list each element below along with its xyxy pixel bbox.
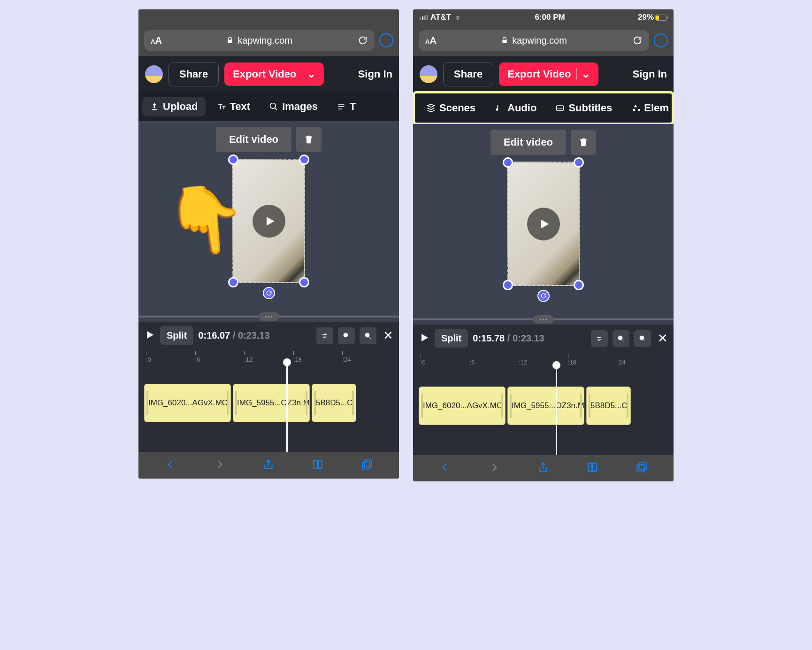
chevron-down-icon[interactable]: ⌄ — [576, 68, 590, 80]
avatar[interactable] — [420, 65, 437, 83]
share-safari-button[interactable] — [262, 458, 275, 472]
canvas[interactable]: Edit video 👇 — [138, 121, 399, 311]
timeline-toolbar: Split 0:15.78 / 0:23.13 ✕ — [413, 325, 674, 352]
url-text: kapwing.com — [237, 35, 292, 46]
swap-button[interactable] — [316, 327, 333, 344]
browser-chrome: AA kapwing.com — [413, 25, 674, 56]
download-button[interactable] — [654, 33, 668, 47]
avatar[interactable] — [145, 65, 163, 83]
export-button[interactable]: Export Video⌄ — [224, 62, 324, 86]
resize-handle-br[interactable] — [574, 280, 584, 290]
split-button[interactable]: Split — [160, 326, 193, 345]
play-icon — [263, 215, 276, 228]
delete-button[interactable] — [571, 130, 596, 155]
timeline-track[interactable]: IMG_6020...AGvX.MO IMG_5955...OZ3n.M 5B8… — [138, 364, 399, 452]
zoom-out-button[interactable] — [338, 327, 355, 344]
bookmarks-button[interactable] — [312, 458, 324, 472]
tabs-button[interactable] — [361, 458, 373, 472]
upload-icon — [150, 102, 159, 111]
playhead[interactable] — [286, 364, 288, 452]
play-overlay[interactable] — [253, 205, 285, 238]
timeline-track[interactable]: IMG_6020...AGvX.MO IMG_5955...OZ3n.M 5B8… — [413, 367, 674, 455]
timeline-ruler[interactable]: :0 :6 :12 :18 :24 — [413, 352, 674, 367]
forward-button[interactable] — [488, 461, 500, 475]
clip[interactable]: IMG_5955...OZ3n.M — [233, 384, 310, 422]
play-button[interactable] — [144, 329, 155, 342]
rotate-handle[interactable] — [537, 290, 550, 302]
back-button[interactable] — [439, 461, 451, 475]
clip[interactable]: IMG_6020...AGvX.MO — [144, 384, 231, 422]
play-overlay[interactable] — [527, 208, 560, 240]
refresh-icon[interactable] — [632, 35, 643, 46]
tool-upload[interactable]: Upload — [142, 97, 206, 116]
lock-icon — [501, 37, 508, 44]
resize-handle-tr[interactable] — [574, 157, 584, 168]
timeline-ruler[interactable]: :0 :6 :12 :18 :24 — [138, 349, 399, 364]
download-button[interactable] — [379, 33, 393, 47]
split-button[interactable]: Split — [435, 329, 468, 348]
tabs-button[interactable] — [636, 461, 648, 475]
video-element[interactable] — [507, 162, 580, 286]
reader-button[interactable]: AA — [151, 35, 161, 46]
canvas[interactable]: Edit video — [413, 124, 674, 314]
signin-link[interactable]: Sign In — [358, 68, 392, 80]
tool-audio[interactable]: Audio — [487, 98, 544, 118]
tool-text[interactable]: Text — [209, 97, 258, 116]
text-icon — [217, 102, 226, 111]
swap-button[interactable] — [591, 330, 608, 347]
svg-rect-8 — [639, 463, 646, 470]
export-button[interactable]: Export Video⌄ — [499, 62, 598, 86]
clip[interactable]: 5B8D5...O — [312, 384, 356, 422]
clip[interactable]: 5B8D5...O — [586, 387, 631, 425]
share-button[interactable]: Share — [169, 62, 219, 86]
resize-handle-tl[interactable] — [228, 155, 238, 165]
zoom-in-button[interactable] — [634, 330, 651, 347]
tool-scenes[interactable]: Scenes — [419, 98, 483, 118]
share-button[interactable]: Share — [443, 62, 493, 86]
tool-more[interactable]: T — [329, 97, 363, 116]
resize-handle-br[interactable] — [299, 277, 309, 287]
resize-handle-tl[interactable] — [503, 157, 513, 168]
close-icon[interactable]: ✕ — [383, 328, 393, 343]
forward-button[interactable] — [214, 458, 226, 472]
svg-rect-9 — [637, 465, 644, 472]
safari-toolbar — [413, 455, 674, 481]
back-button[interactable] — [164, 458, 176, 472]
close-icon[interactable]: ✕ — [658, 331, 668, 346]
panel-divider[interactable] — [413, 314, 674, 325]
tool-images[interactable]: Images — [261, 97, 325, 116]
pointing-hand-emoji: 👇 — [161, 184, 249, 256]
bookmarks-button[interactable] — [586, 461, 598, 475]
zoom-in-button[interactable] — [360, 327, 376, 344]
rotate-handle[interactable] — [263, 287, 275, 299]
play-button[interactable] — [419, 332, 430, 345]
clip[interactable]: IMG_6020...AGvX.MO — [419, 387, 506, 425]
svg-point-0 — [270, 103, 276, 109]
clip[interactable]: IMG_5955...OZ3n.M — [507, 387, 584, 425]
trash-icon — [304, 134, 314, 145]
signin-link[interactable]: Sign In — [633, 68, 667, 80]
svg-rect-5 — [557, 106, 564, 110]
resize-handle-bl[interactable] — [228, 277, 238, 287]
tool-subtitles[interactable]: Subtitles — [548, 98, 620, 118]
zoom-out-button[interactable] — [613, 330, 629, 347]
edit-video-button[interactable]: Edit video — [216, 127, 291, 152]
refresh-icon[interactable] — [358, 35, 368, 46]
url-bar[interactable]: AA kapwing.com — [144, 30, 375, 51]
svg-rect-4 — [362, 462, 369, 469]
menu-icon — [337, 102, 346, 111]
resize-handle-bl[interactable] — [503, 280, 513, 290]
tool-elements[interactable]: Elem — [623, 98, 672, 118]
resize-handle-tr[interactable] — [299, 155, 309, 165]
svg-rect-3 — [364, 460, 371, 467]
chevron-down-icon[interactable]: ⌄ — [302, 68, 315, 80]
playhead[interactable] — [556, 367, 557, 455]
delete-button[interactable] — [296, 127, 322, 152]
reader-button[interactable]: AA — [425, 35, 435, 46]
edit-video-button[interactable]: Edit video — [490, 130, 566, 155]
url-bar[interactable]: AA kapwing.com — [419, 30, 649, 51]
scenes-icon — [426, 103, 436, 113]
time-display: 0:15.78 / 0:23.13 — [473, 333, 544, 344]
panel-divider[interactable] — [138, 311, 399, 322]
share-safari-button[interactable] — [537, 461, 549, 475]
